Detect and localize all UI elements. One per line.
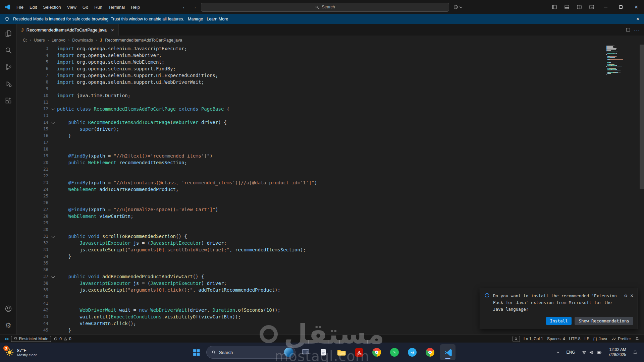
vertical-scrollbar[interactable] (640, 45, 644, 189)
fold-chevron-icon[interactable] (51, 275, 55, 278)
clock-widget[interactable]: 12:32 AM 7/28/2025 (606, 346, 629, 359)
language-mode-status[interactable]: { } Java (591, 335, 609, 343)
fold-chevron-icon[interactable] (51, 107, 55, 110)
explorer-icon[interactable] (1, 26, 16, 41)
code-line[interactable]: 5import org.openqa.selenium.WebElement; (17, 59, 644, 65)
settings-gear-icon[interactable]: ⚙ (1, 318, 16, 333)
code-line[interactable]: 30 (17, 226, 644, 233)
forward-arrow-icon[interactable]: → (192, 4, 197, 10)
telegram-icon[interactable] (405, 344, 420, 360)
learn-more-link[interactable]: Learn More (207, 17, 228, 21)
search-sidebar-icon[interactable] (1, 43, 16, 57)
minimap[interactable] (606, 46, 639, 75)
menu-selection[interactable]: Selection (40, 3, 64, 11)
breadcrumb-file[interactable]: RecommendedItemsAddToCartPage.java (105, 38, 182, 43)
notification-center[interactable] (630, 346, 640, 359)
input-language-indicator[interactable]: ENG (564, 346, 578, 359)
menu-go[interactable]: Go (79, 3, 91, 11)
code-line[interactable]: 38 JavascriptExecutor js = (JavascriptEx… (17, 280, 644, 287)
toggle-panel-icon[interactable] (560, 0, 573, 14)
menu-run[interactable]: Run (91, 3, 105, 11)
close-button[interactable]: × (629, 0, 644, 14)
notification-settings-icon[interactable]: ⚙ (625, 293, 627, 298)
more-actions-icon[interactable]: ··· (634, 27, 640, 33)
extensions-icon[interactable] (1, 94, 16, 108)
code-line[interactable]: 31 public void scrollToRecommendedSectio… (17, 233, 644, 240)
code-line[interactable]: 18 (17, 146, 644, 153)
toggle-primary-sidebar-icon[interactable] (548, 0, 560, 14)
code-line[interactable]: 28 WebElement viewCartBtn; (17, 213, 644, 220)
encoding-status[interactable]: UTF-8 (567, 335, 582, 343)
code-line[interactable]: 21 (17, 166, 644, 173)
code-line[interactable]: 33 js.executeScript("arguments[0].scroll… (17, 246, 644, 253)
account-icon[interactable] (1, 302, 16, 316)
tab-close-icon[interactable]: × (111, 27, 114, 33)
banner-close-icon[interactable]: × (636, 16, 639, 22)
breadcrumb-item[interactable]: Users (34, 38, 45, 43)
menu-help[interactable]: Help (128, 3, 143, 11)
code-line[interactable]: 16 } (17, 132, 644, 139)
whatsapp-icon[interactable] (387, 344, 402, 360)
fold-chevron-icon[interactable] (51, 234, 55, 238)
tray-chevron-up-icon[interactable] (553, 346, 562, 359)
customize-layout-icon[interactable] (585, 0, 598, 14)
install-button[interactable]: Install (546, 317, 572, 325)
manage-link[interactable]: Manage (188, 17, 203, 21)
code-line[interactable]: 26 (17, 199, 644, 206)
notification-close-icon[interactable]: × (630, 293, 633, 299)
run-debug-icon[interactable] (1, 77, 16, 91)
vscode-taskbar-icon[interactable] (440, 344, 455, 360)
menu-terminal[interactable]: Terminal (105, 3, 128, 11)
menu-edit[interactable]: Edit (26, 3, 40, 11)
code-line[interactable]: 4import org.openqa.selenium.WebDriver; (17, 52, 644, 59)
code-line[interactable]: 7import org.openqa.selenium.support.ui.E… (17, 72, 644, 79)
tab-active-file[interactable]: J RecommendedItemsAddToCartPage.java × (17, 24, 119, 36)
code-line[interactable]: 27 @FindBy(xpath = "//u[normalize-space(… (17, 206, 644, 213)
copilot-icon[interactable] (453, 4, 462, 10)
code-line[interactable]: 19 @FindBy(xpath = "//h2[text()='recomme… (17, 153, 644, 159)
start-button[interactable] (189, 344, 204, 360)
code-line[interactable]: 46} (17, 334, 644, 335)
document-app-icon[interactable] (316, 344, 331, 360)
code-line[interactable]: 34 } (17, 253, 644, 260)
chrome-profile-icon[interactable] (422, 344, 438, 360)
indentation-status[interactable]: Spaces: 4 (545, 335, 567, 343)
notifications-bell[interactable] (633, 335, 641, 343)
menu-file[interactable]: File (13, 3, 26, 11)
code-line[interactable]: 25 (17, 193, 644, 199)
code-line[interactable]: 12public class RecommendedItemsAddToCart… (17, 106, 644, 112)
menu-view[interactable]: View (64, 3, 79, 11)
code-line[interactable]: 13 (17, 112, 644, 119)
code-line[interactable]: 20 public WebElement recommendedItemsSec… (17, 159, 644, 166)
file-explorer-icon[interactable] (333, 344, 349, 360)
code-line[interactable]: 17 (17, 139, 644, 146)
code-line[interactable]: 10import java.time.Duration; (17, 92, 644, 99)
editor-pane[interactable]: 3import org.openqa.selenium.JavascriptEx… (17, 45, 644, 335)
code-line[interactable]: 35 (17, 260, 644, 266)
code-line[interactable]: 14 public RecommendedItemsAddToCartPage(… (17, 119, 644, 126)
code-line[interactable]: 9 (17, 85, 644, 92)
code-line[interactable]: 36 (17, 266, 644, 273)
chrome-icon[interactable] (369, 344, 384, 360)
minimize-button[interactable] (598, 0, 613, 14)
code-line[interactable]: 24 WebElement addToCartRecommendedProduc… (17, 186, 644, 193)
zoom-status-icon[interactable] (513, 336, 520, 342)
monitor-app-icon[interactable] (298, 344, 313, 360)
code-line[interactable]: 37 public void addRecommendedProductAndV… (17, 273, 644, 280)
problems-status[interactable]: 0 0 (52, 335, 73, 343)
code-line[interactable]: 11 (17, 99, 644, 106)
toggle-secondary-sidebar-icon[interactable] (573, 0, 585, 14)
code-line[interactable]: 6import org.openqa.selenium.support.Find… (17, 65, 644, 72)
remote-indicator[interactable]: >< (3, 335, 10, 343)
formatter-status[interactable]: ✓✓ Prettier (609, 335, 633, 343)
fold-chevron-icon[interactable] (51, 120, 55, 124)
show-recommendations-button[interactable]: Show Recommendations (575, 317, 633, 325)
system-tray-icons[interactable] (579, 346, 604, 359)
acrobat-icon[interactable] (351, 344, 367, 360)
command-center-search[interactable]: Search (201, 3, 449, 12)
code-line[interactable]: 29 (17, 220, 644, 226)
code-line[interactable]: 15 super(driver); (17, 126, 644, 132)
source-control-icon[interactable] (1, 60, 16, 74)
breadcrumb-item[interactable]: Downloads (72, 38, 93, 43)
maximize-button[interactable] (613, 0, 629, 14)
